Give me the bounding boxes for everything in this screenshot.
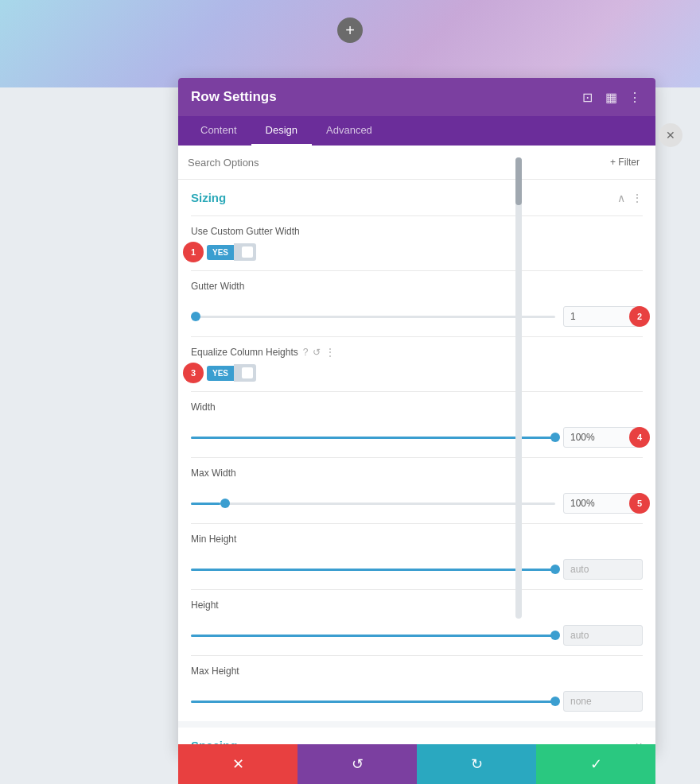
max-width-value-box[interactable]: 100% 5 (563, 493, 643, 514)
scrollbar-track[interactable] (515, 157, 522, 619)
panel-content[interactable]: Sizing ∧ ⋮ Use Custom Gutter Width 1 YES (178, 180, 655, 752)
sizing-header: Sizing ∧ ⋮ (178, 180, 655, 215)
gutter-value-box[interactable]: 1 2 (563, 306, 643, 327)
header-icons: ⊡ ▦ ⋮ (579, 89, 643, 105)
filter-button[interactable]: + Filter (604, 153, 646, 171)
equalize-label: Equalize Column Heights ? ↺ ⋮ (191, 347, 643, 358)
save-button[interactable]: ✓ (536, 744, 655, 784)
custom-gutter-toggle-row: 1 YES (191, 243, 643, 261)
width-field: Width (178, 392, 655, 422)
height-slider-row: auto (178, 620, 655, 655)
max-height-slider-row: none (178, 686, 655, 721)
custom-gutter-label: Use Custom Gutter Width (191, 226, 643, 237)
height-fill (191, 635, 555, 637)
badge-5: 5 (629, 493, 650, 514)
width-slider[interactable] (191, 437, 555, 439)
toggle-yes[interactable]: YES (207, 245, 234, 260)
custom-gutter-toggle[interactable]: YES (207, 243, 256, 261)
equalize-toggle-no[interactable] (234, 364, 256, 382)
min-height-value-box[interactable]: auto (563, 559, 643, 580)
panel-title: Row Settings (191, 89, 277, 105)
width-slider-row: 100% 4 (178, 422, 655, 457)
height-value-box[interactable]: auto (563, 625, 643, 646)
height-slider[interactable] (191, 635, 555, 637)
close-button[interactable]: ✕ (659, 123, 682, 147)
max-height-slider[interactable] (191, 701, 555, 703)
width-value-box[interactable]: 100% 4 (563, 427, 643, 448)
width-track (191, 437, 555, 439)
equalize-toggle-yes[interactable]: YES (207, 366, 234, 381)
cancel-button[interactable]: ✕ (178, 744, 298, 784)
max-width-field: Max Width (178, 458, 655, 488)
gutter-track (191, 316, 555, 318)
sizing-more-icon[interactable]: ⋮ (632, 192, 643, 204)
sizing-title: Sizing (191, 191, 226, 204)
max-width-fill (191, 503, 220, 505)
bottom-toolbar: ✕ ↺ ↻ ✓ (178, 744, 655, 784)
min-height-track (191, 569, 555, 571)
equalize-toggle-row: 3 YES (191, 364, 643, 382)
tabs: Content Design Advanced (178, 116, 655, 146)
scrollbar-thumb[interactable] (515, 157, 522, 205)
add-button[interactable]: + (337, 17, 363, 43)
equalize-field: Equalize Column Heights ? ↺ ⋮ 3 YES (178, 337, 655, 391)
max-height-label: Max Height (191, 666, 643, 677)
height-thumb[interactable] (550, 631, 560, 640)
badge-4: 4 (629, 427, 650, 448)
width-fill (191, 437, 555, 439)
equalize-toggle[interactable]: YES (207, 364, 256, 382)
help-icon[interactable]: ? (303, 347, 309, 358)
max-height-track (191, 701, 555, 703)
redo-button[interactable]: ↻ (417, 744, 536, 784)
badge-3: 3 (183, 363, 204, 383)
row-settings-panel: Row Settings ⊡ ▦ ⋮ Content Design Advanc… (178, 78, 655, 752)
custom-gutter-field: Use Custom Gutter Width 1 YES (178, 216, 655, 270)
collapse-icon[interactable]: ∧ (617, 192, 625, 204)
gutter-width-field: Gutter Width (178, 271, 655, 301)
layout-icon[interactable]: ▦ (603, 89, 619, 105)
height-track (191, 635, 555, 637)
equalize-more-icon[interactable]: ⋮ (325, 347, 335, 358)
panel-header: Row Settings ⊡ ▦ ⋮ (178, 78, 655, 116)
max-width-label: Max Width (191, 468, 643, 479)
max-height-thumb[interactable] (550, 697, 560, 706)
focus-icon[interactable]: ⊡ (579, 89, 595, 105)
min-height-slider[interactable] (191, 569, 555, 571)
max-width-slider-row: 100% 5 (178, 488, 655, 523)
tab-advanced[interactable]: Advanced (312, 116, 387, 146)
min-height-slider-row: auto (178, 554, 655, 589)
undo-button[interactable]: ↺ (298, 744, 417, 784)
height-label: Height (191, 600, 643, 611)
min-height-label: Min Height (191, 534, 643, 545)
more-icon[interactable]: ⋮ (627, 89, 643, 105)
tab-content[interactable]: Content (186, 116, 251, 146)
sizing-header-icons: ∧ ⋮ (617, 192, 643, 204)
max-height-value-box[interactable]: none (563, 691, 643, 712)
sizing-section: Sizing ∧ ⋮ Use Custom Gutter Width 1 YES (178, 180, 655, 721)
toggle-no[interactable] (234, 243, 256, 261)
search-input[interactable] (188, 157, 604, 169)
width-label: Width (191, 402, 643, 413)
min-height-fill (191, 569, 555, 571)
max-width-thumb[interactable] (220, 499, 230, 508)
search-bar: + Filter (178, 146, 655, 180)
gutter-thumb[interactable] (191, 312, 200, 321)
max-width-track (191, 503, 555, 505)
badge-2: 2 (629, 306, 650, 327)
min-height-thumb[interactable] (550, 565, 560, 574)
gutter-width-slider[interactable] (191, 316, 555, 318)
reset-icon[interactable]: ↺ (313, 347, 321, 358)
max-height-fill (191, 701, 555, 703)
max-width-slider[interactable] (191, 503, 555, 505)
min-height-field: Min Height (178, 524, 655, 554)
background-image (0, 0, 700, 87)
tab-design[interactable]: Design (251, 116, 312, 146)
gutter-width-slider-row: 1 2 (178, 301, 655, 336)
gutter-width-label: Gutter Width (191, 281, 643, 292)
width-thumb[interactable] (550, 433, 560, 442)
height-field: Height (178, 590, 655, 620)
badge-1: 1 (183, 242, 204, 262)
max-height-field: Max Height (178, 656, 655, 686)
